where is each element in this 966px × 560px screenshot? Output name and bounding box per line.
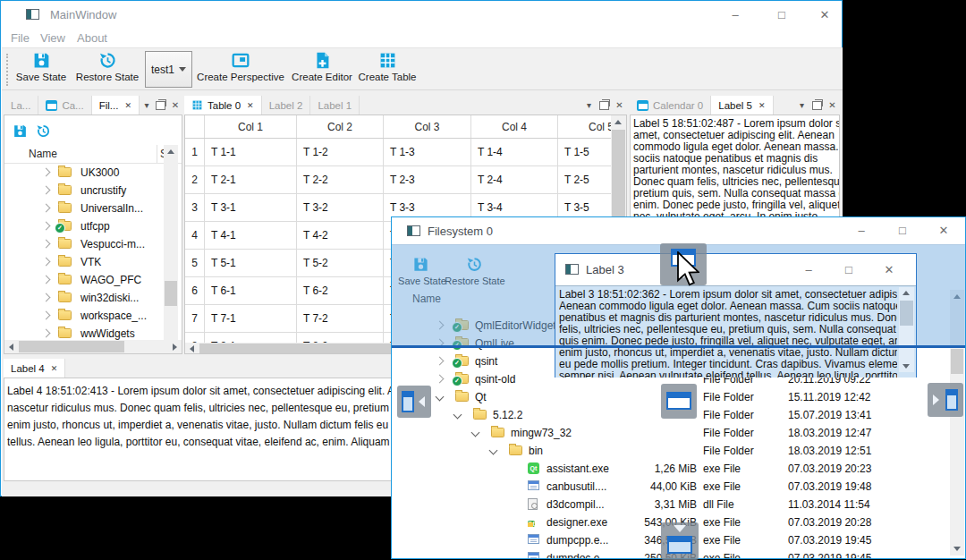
- chevron-down-icon[interactable]: [436, 393, 445, 402]
- tree-item[interactable]: uncrustify: [4, 182, 164, 199]
- tree-item[interactable]: WAGO_PFC: [4, 271, 164, 289]
- close-panel-icon[interactable]: ✕: [168, 96, 182, 115]
- label3-scrollbar[interactable]: [899, 287, 914, 372]
- tab-list-dropdown-icon[interactable]: ▾: [581, 96, 597, 115]
- menu-file[interactable]: File: [11, 31, 30, 45]
- tab-label1[interactable]: Label 1: [310, 96, 360, 115]
- chevron-right-icon[interactable]: [42, 240, 51, 249]
- column-divider[interactable]: [157, 145, 157, 163]
- table-cell[interactable]: T 3-1: [205, 194, 297, 221]
- tree-item[interactable]: workspace_...: [4, 307, 164, 325]
- dock-indicator-right[interactable]: [928, 383, 963, 417]
- column-name[interactable]: Name: [29, 148, 57, 160]
- table-cell[interactable]: T 6-1: [205, 277, 297, 304]
- vertical-scrollbar[interactable]: [164, 145, 178, 353]
- chevron-right-icon[interactable]: [42, 168, 51, 177]
- tree-item[interactable]: UniversalIn...: [4, 199, 164, 217]
- tab-list-dropdown-icon[interactable]: ▾: [140, 96, 154, 115]
- filesystem-row[interactable]: mingw73_32File Folder18.03.2019 12:47: [392, 424, 965, 442]
- close-panel-icon[interactable]: ✕: [825, 96, 840, 115]
- tab-label2[interactable]: Label 2: [262, 96, 311, 115]
- table-cell[interactable]: T 4-1: [205, 222, 297, 249]
- filesystem-titlebar[interactable]: Filesystem 0 – □ ✕: [392, 217, 965, 245]
- table-cell[interactable]: T 2-3: [384, 166, 471, 193]
- filesystem-row[interactable]: canbusutil....44,00 KiBexe File07.03.201…: [392, 478, 965, 496]
- minimize-button[interactable]: –: [724, 7, 747, 23]
- table-row[interactable]: 1T 1-1T 1-2T 1-3T 1-4T 1-5: [185, 139, 627, 166]
- chevron-down-icon[interactable]: [453, 411, 462, 420]
- tab-close-icon[interactable]: ✕: [758, 101, 766, 110]
- create-table-button[interactable]: Create Table: [356, 51, 419, 82]
- table-cell[interactable]: T 1-3: [384, 139, 471, 165]
- table-cell[interactable]: T 1-4: [471, 139, 558, 165]
- save-state-button[interactable]: Save State: [13, 51, 69, 82]
- table-cell[interactable]: T 1-1: [205, 139, 297, 165]
- perspective-combo[interactable]: test1: [145, 51, 192, 88]
- chevron-right-icon[interactable]: [42, 186, 51, 195]
- chevron-down-icon[interactable]: [489, 446, 498, 455]
- menu-view[interactable]: View: [40, 31, 65, 45]
- create-editor-button[interactable]: Create Editor: [290, 51, 354, 82]
- table-cell[interactable]: T 6-2: [297, 277, 384, 304]
- table-cell[interactable]: T 2-1: [205, 166, 297, 193]
- chevron-down-icon[interactable]: [471, 428, 480, 437]
- chevron-right-icon[interactable]: [436, 375, 445, 384]
- close-button[interactable]: ✕: [877, 262, 901, 278]
- close-button[interactable]: ✕: [932, 223, 955, 239]
- label3-titlebar[interactable]: Label 3 – □ ✕: [555, 254, 916, 285]
- table-cell[interactable]: T 2-2: [297, 166, 384, 193]
- tab-label5[interactable]: Label 5✕: [711, 96, 773, 115]
- undock-icon[interactable]: [154, 96, 168, 115]
- minimize-button[interactable]: –: [797, 262, 820, 278]
- tree-header[interactable]: Name Si: [4, 145, 182, 164]
- tab-table0[interactable]: Table 0 ✕: [184, 96, 262, 115]
- tab-close-icon[interactable]: ✕: [247, 101, 254, 110]
- tab-close-icon[interactable]: ✕: [124, 101, 131, 110]
- menu-about[interactable]: About: [77, 31, 107, 45]
- table-cell[interactable]: T 2-4: [471, 166, 558, 193]
- table-cell[interactable]: T 5-1: [205, 250, 297, 276]
- table-cell[interactable]: T 5-2: [297, 250, 384, 276]
- maximize-button[interactable]: □: [837, 262, 860, 278]
- toolbar-drag-handle[interactable]: [6, 54, 8, 86]
- filesystem-row[interactable]: binFile Folder18.03.2019 12:51: [392, 442, 965, 460]
- main-titlebar[interactable]: MainWindow – □ ✕: [1, 1, 842, 28]
- tab-label[interactable]: La...: [4, 96, 38, 115]
- close-button[interactable]: ✕: [813, 7, 836, 23]
- filesystem-row[interactable]: d3dcompil...3,31 MiBdll File11.03.2014 1…: [392, 496, 965, 513]
- table-cell[interactable]: T 1-2: [297, 139, 384, 165]
- undock-icon[interactable]: [597, 96, 612, 115]
- dock-indicator-left[interactable]: [397, 386, 431, 418]
- dock-indicator-bottom[interactable]: [661, 522, 699, 560]
- chevron-right-icon[interactable]: [42, 276, 51, 284]
- chevron-right-icon[interactable]: [42, 204, 51, 213]
- tree-item[interactable]: win32diski...: [4, 289, 164, 307]
- chevron-right-icon[interactable]: [436, 357, 445, 366]
- restore-state-button[interactable]: Restore State: [73, 51, 141, 82]
- chevron-right-icon[interactable]: [42, 311, 51, 320]
- create-perspective-button[interactable]: Create Perspective: [194, 51, 287, 82]
- dock-indicator-center[interactable]: [661, 384, 697, 419]
- restore-icon[interactable]: [36, 123, 51, 139]
- maximize-button[interactable]: □: [891, 223, 914, 239]
- chevron-right-icon[interactable]: [42, 258, 51, 267]
- chevron-right-icon[interactable]: [42, 222, 51, 231]
- filesystem-row[interactable]: assistant.exe1,26 MiBexe File07.03.2019 …: [392, 460, 965, 478]
- column-header[interactable]: Col 2: [297, 115, 384, 138]
- tree-item[interactable]: Vespucci-m...: [4, 235, 164, 253]
- save-icon[interactable]: [13, 123, 28, 139]
- table-row[interactable]: 2T 2-1T 2-2T 2-3T 2-4T 2-5: [185, 166, 627, 194]
- tab-calendar0[interactable]: Calendar 0: [630, 96, 711, 115]
- tab-close-icon[interactable]: ✕: [51, 364, 58, 373]
- column-header[interactable]: Col 3: [384, 115, 471, 138]
- tree-item[interactable]: VTK: [4, 253, 164, 271]
- chevron-right-icon[interactable]: [42, 293, 51, 302]
- table-cell[interactable]: T 3-2: [297, 194, 384, 221]
- table-cell[interactable]: T 7-1: [205, 305, 297, 332]
- tab-label4[interactable]: Label 4✕: [4, 359, 65, 378]
- horizontal-scrollbar[interactable]: [4, 340, 182, 353]
- chevron-right-icon[interactable]: [42, 329, 51, 338]
- table-cell[interactable]: T 4-2: [297, 222, 384, 249]
- close-panel-icon[interactable]: ✕: [612, 96, 627, 115]
- tab-list-dropdown-icon[interactable]: ▾: [794, 96, 809, 115]
